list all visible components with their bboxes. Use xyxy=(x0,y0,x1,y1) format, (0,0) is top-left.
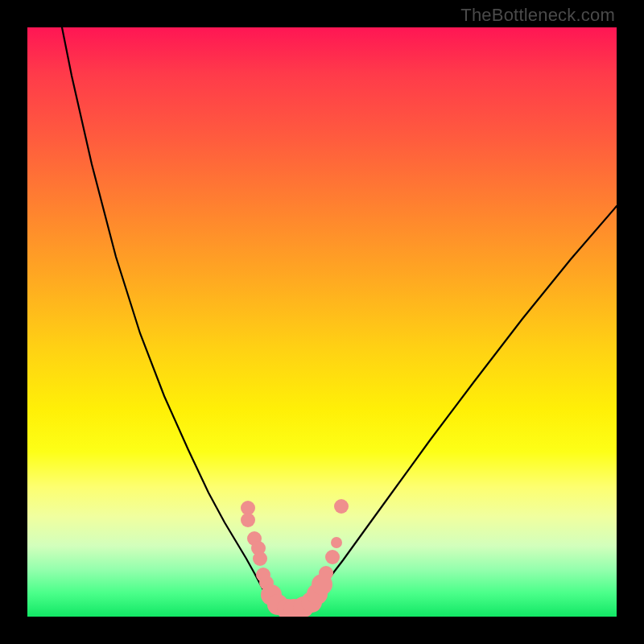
chart-frame: TheBottleneck.com xyxy=(0,0,644,644)
curve-svg xyxy=(27,27,617,617)
plot-area xyxy=(27,27,617,617)
marker-dot xyxy=(331,537,342,548)
marker-dot xyxy=(325,550,340,564)
marker-dot xyxy=(241,513,255,527)
watermark-text: TheBottleneck.com xyxy=(460,5,615,26)
marker-dot xyxy=(253,551,267,566)
marker-dot xyxy=(319,566,333,580)
marker-dot xyxy=(334,499,349,514)
right-branch-path xyxy=(301,206,617,614)
bottom-marker-group xyxy=(241,499,349,617)
